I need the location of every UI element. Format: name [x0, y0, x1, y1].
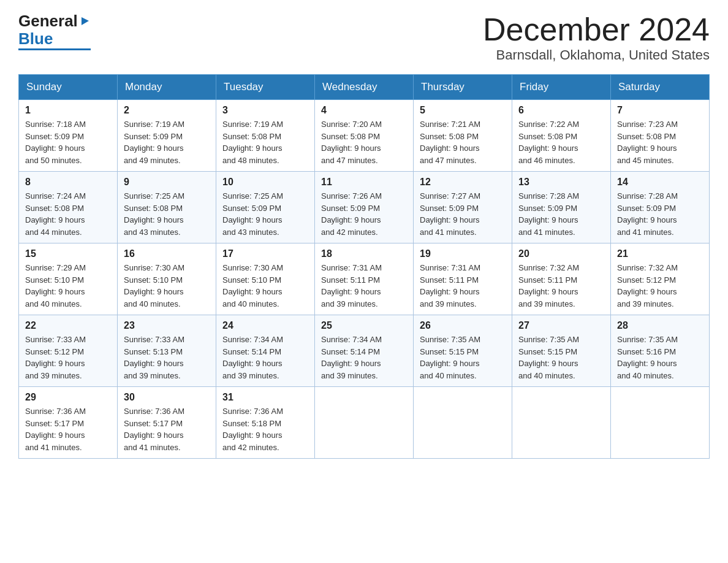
calendar-week-row: 15Sunrise: 7:29 AMSunset: 5:10 PMDayligh…: [19, 243, 710, 315]
calendar-cell: 21Sunrise: 7:32 AMSunset: 5:12 PMDayligh…: [611, 243, 710, 315]
day-info: Sunrise: 7:31 AMSunset: 5:11 PMDaylight:…: [321, 262, 407, 310]
calendar-cell: 28Sunrise: 7:35 AMSunset: 5:16 PMDayligh…: [611, 315, 710, 387]
day-info: Sunrise: 7:29 AMSunset: 5:10 PMDaylight:…: [25, 262, 111, 310]
day-number: 26: [420, 320, 506, 331]
day-info: Sunrise: 7:32 AMSunset: 5:11 PMDaylight:…: [518, 262, 604, 310]
day-info: Sunrise: 7:36 AMSunset: 5:18 PMDaylight:…: [222, 405, 308, 453]
day-info: Sunrise: 7:30 AMSunset: 5:10 PMDaylight:…: [222, 262, 308, 310]
day-info: Sunrise: 7:18 AMSunset: 5:09 PMDaylight:…: [25, 118, 111, 166]
calendar-cell: 16Sunrise: 7:30 AMSunset: 5:10 PMDayligh…: [118, 243, 216, 315]
header-monday: Monday: [118, 75, 216, 100]
day-number: 27: [518, 320, 604, 331]
day-info: Sunrise: 7:23 AMSunset: 5:08 PMDaylight:…: [617, 118, 703, 166]
header-wednesday: Wednesday: [315, 75, 414, 100]
day-info: Sunrise: 7:33 AMSunset: 5:12 PMDaylight:…: [25, 334, 111, 381]
calendar-week-row: 29Sunrise: 7:36 AMSunset: 5:17 PMDayligh…: [19, 387, 710, 459]
day-number: 16: [124, 248, 210, 259]
day-info: Sunrise: 7:19 AMSunset: 5:09 PMDaylight:…: [124, 118, 210, 166]
day-number: 17: [222, 248, 308, 259]
day-number: 15: [25, 248, 111, 259]
month-title: December 2024: [483, 12, 710, 47]
calendar-cell: 18Sunrise: 7:31 AMSunset: 5:11 PMDayligh…: [315, 243, 414, 315]
day-number: 8: [25, 177, 111, 188]
day-info: Sunrise: 7:32 AMSunset: 5:12 PMDaylight:…: [617, 262, 703, 310]
calendar-cell: 12Sunrise: 7:27 AMSunset: 5:09 PMDayligh…: [414, 172, 512, 243]
day-number: 13: [518, 177, 604, 188]
calendar-cell: [611, 387, 710, 459]
day-info: Sunrise: 7:35 AMSunset: 5:15 PMDaylight:…: [420, 334, 506, 381]
day-number: 1: [25, 105, 111, 116]
day-number: 21: [617, 248, 703, 259]
calendar-cell: 30Sunrise: 7:36 AMSunset: 5:17 PMDayligh…: [118, 387, 216, 459]
header-saturday: Saturday: [611, 75, 710, 100]
day-number: 4: [321, 105, 407, 116]
day-info: Sunrise: 7:36 AMSunset: 5:17 PMDaylight:…: [25, 405, 111, 453]
day-number: 22: [25, 320, 111, 331]
day-number: 7: [617, 105, 703, 116]
day-number: 5: [420, 105, 506, 116]
calendar-cell: 1Sunrise: 7:18 AMSunset: 5:09 PMDaylight…: [19, 100, 118, 172]
calendar-cell: 8Sunrise: 7:24 AMSunset: 5:08 PMDaylight…: [19, 172, 118, 243]
day-number: 9: [124, 177, 210, 188]
day-info: Sunrise: 7:34 AMSunset: 5:14 PMDaylight:…: [321, 334, 407, 381]
logo-underline: [18, 48, 91, 50]
day-number: 19: [420, 248, 506, 259]
day-number: 11: [321, 177, 407, 188]
calendar-cell: 25Sunrise: 7:34 AMSunset: 5:14 PMDayligh…: [315, 315, 414, 387]
day-number: 10: [222, 177, 308, 188]
calendar-cell: 10Sunrise: 7:25 AMSunset: 5:09 PMDayligh…: [216, 172, 315, 243]
calendar-cell: 26Sunrise: 7:35 AMSunset: 5:15 PMDayligh…: [414, 315, 512, 387]
day-info: Sunrise: 7:19 AMSunset: 5:08 PMDaylight:…: [222, 118, 308, 166]
calendar-cell: 9Sunrise: 7:25 AMSunset: 5:08 PMDaylight…: [118, 172, 216, 243]
day-info: Sunrise: 7:35 AMSunset: 5:16 PMDaylight:…: [617, 334, 703, 381]
calendar-cell: 24Sunrise: 7:34 AMSunset: 5:14 PMDayligh…: [216, 315, 315, 387]
calendar-cell: 22Sunrise: 7:33 AMSunset: 5:12 PMDayligh…: [19, 315, 118, 387]
calendar-cell: 15Sunrise: 7:29 AMSunset: 5:10 PMDayligh…: [19, 243, 118, 315]
calendar-cell: 6Sunrise: 7:22 AMSunset: 5:08 PMDaylight…: [512, 100, 611, 172]
calendar-cell: [315, 387, 414, 459]
calendar-table: Sunday Monday Tuesday Wednesday Thursday…: [18, 74, 710, 459]
day-info: Sunrise: 7:35 AMSunset: 5:15 PMDaylight:…: [518, 334, 604, 381]
logo-triangle-icon: [80, 15, 91, 26]
title-block: December 2024 Barnsdall, Oklahoma, Unite…: [483, 12, 710, 63]
calendar-cell: 23Sunrise: 7:33 AMSunset: 5:13 PMDayligh…: [118, 315, 216, 387]
day-info: Sunrise: 7:28 AMSunset: 5:09 PMDaylight:…: [518, 190, 604, 238]
day-info: Sunrise: 7:26 AMSunset: 5:09 PMDaylight:…: [321, 190, 407, 238]
day-info: Sunrise: 7:25 AMSunset: 5:08 PMDaylight:…: [124, 190, 210, 238]
day-info: Sunrise: 7:31 AMSunset: 5:11 PMDaylight:…: [420, 262, 506, 310]
svg-marker-0: [82, 17, 89, 25]
logo-general-text: General: [18, 12, 91, 30]
day-number: 2: [124, 105, 210, 116]
day-number: 23: [124, 320, 210, 331]
calendar-cell: 29Sunrise: 7:36 AMSunset: 5:17 PMDayligh…: [19, 387, 118, 459]
calendar-week-row: 8Sunrise: 7:24 AMSunset: 5:08 PMDaylight…: [19, 172, 710, 243]
calendar-cell: 27Sunrise: 7:35 AMSunset: 5:15 PMDayligh…: [512, 315, 611, 387]
day-number: 28: [617, 320, 703, 331]
day-number: 30: [124, 392, 210, 403]
weekday-header-row: Sunday Monday Tuesday Wednesday Thursday…: [19, 75, 710, 100]
calendar-cell: 20Sunrise: 7:32 AMSunset: 5:11 PMDayligh…: [512, 243, 611, 315]
day-info: Sunrise: 7:36 AMSunset: 5:17 PMDaylight:…: [124, 405, 210, 453]
day-number: 31: [222, 392, 308, 403]
day-number: 3: [222, 105, 308, 116]
calendar-cell: 19Sunrise: 7:31 AMSunset: 5:11 PMDayligh…: [414, 243, 512, 315]
logo-blue-text: Blue: [18, 30, 91, 51]
day-info: Sunrise: 7:34 AMSunset: 5:14 PMDaylight:…: [222, 334, 308, 381]
header-sunday: Sunday: [19, 75, 118, 100]
day-info: Sunrise: 7:27 AMSunset: 5:09 PMDaylight:…: [420, 190, 506, 238]
calendar-cell: 17Sunrise: 7:30 AMSunset: 5:10 PMDayligh…: [216, 243, 315, 315]
header-thursday: Thursday: [414, 75, 512, 100]
day-info: Sunrise: 7:21 AMSunset: 5:08 PMDaylight:…: [420, 118, 506, 166]
page-header: General Blue December 2024 Barnsdall, Ok…: [18, 12, 710, 63]
day-info: Sunrise: 7:22 AMSunset: 5:08 PMDaylight:…: [518, 118, 604, 166]
calendar-cell: 3Sunrise: 7:19 AMSunset: 5:08 PMDaylight…: [216, 100, 315, 172]
calendar-cell: 14Sunrise: 7:28 AMSunset: 5:09 PMDayligh…: [611, 172, 710, 243]
day-number: 18: [321, 248, 407, 259]
day-number: 14: [617, 177, 703, 188]
day-number: 6: [518, 105, 604, 116]
location-subtitle: Barnsdall, Oklahoma, United States: [483, 47, 710, 63]
day-number: 12: [420, 177, 506, 188]
day-info: Sunrise: 7:25 AMSunset: 5:09 PMDaylight:…: [222, 190, 308, 238]
day-info: Sunrise: 7:20 AMSunset: 5:08 PMDaylight:…: [321, 118, 407, 166]
logo: General Blue: [18, 12, 91, 50]
